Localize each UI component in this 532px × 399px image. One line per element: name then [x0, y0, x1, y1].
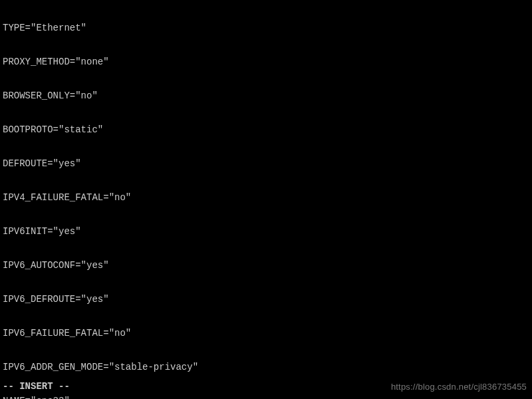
- config-line: IPV6_FAILURE_FATAL="no": [3, 328, 529, 339]
- config-line: IPV6_DEFROUTE="yes": [3, 294, 529, 305]
- config-line: IPV6_AUTOCONF="yes": [3, 260, 529, 271]
- config-line: IPV4_FAILURE_FATAL="no": [3, 192, 529, 203]
- vi-editor-buffer[interactable]: TYPE="Ethernet" PROXY_METHOD="none" BROW…: [0, 0, 532, 399]
- config-line: IPV6INIT="yes": [3, 226, 529, 237]
- config-line: IPV6_ADDR_GEN_MODE="stable-privacy": [3, 362, 529, 373]
- vi-status-mode: -- INSERT --: [3, 381, 70, 392]
- config-line: DEFROUTE="yes": [3, 158, 529, 170]
- config-line: BOOTPROTO="static": [3, 124, 529, 136]
- config-line: NAME="ens33": [3, 396, 529, 399]
- config-line: TYPE="Ethernet": [3, 23, 529, 34]
- config-line: PROXY_METHOD="none": [3, 57, 529, 68]
- watermark-text: https://blog.csdn.net/cjl836735455: [391, 381, 527, 392]
- config-line: BROWSER_ONLY="no": [3, 90, 529, 102]
